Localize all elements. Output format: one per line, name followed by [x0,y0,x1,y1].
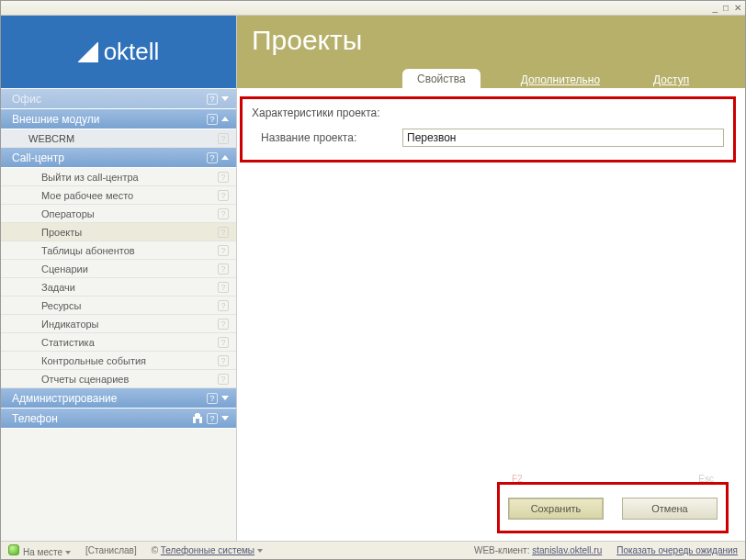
content: Характеристики проекта: Название проекта… [237,89,745,541]
nav-item-label: Сценарии [41,263,88,274]
form-highlight: Характеристики проекта: Название проекта… [240,96,736,162]
buttons-highlight: Сохранить Отмена [497,482,729,533]
nav-item[interactable]: Таблицы абонентов? [1,241,236,260]
nav-section-label: Администрирование [12,392,117,405]
nav-item[interactable]: Ресурсы? [1,297,236,315]
nav-section-label: Call-центр [12,151,64,164]
help-icon[interactable]: ? [218,319,229,330]
web-client-link[interactable]: stanislav.oktell.ru [532,545,602,555]
button-row: Сохранить Отмена [507,498,718,520]
status-user: [Станислав] [85,545,137,555]
cancel-button[interactable]: Отмена [622,498,718,520]
nav-item[interactable]: Выйти из call-центра? [1,168,236,186]
save-button[interactable]: Сохранить [508,498,604,520]
nav-section-label: Офис [12,93,41,106]
tabs: СвойстваДополнительноДоступ [237,66,745,88]
sidebar: oktell Офис?Внешние модули?WEBCRM?Call-ц… [1,16,236,541]
body: oktell Офис?Внешние модули?WEBCRM?Call-ц… [1,16,745,541]
chevron-up-icon [221,117,229,121]
help-icon[interactable]: ? [218,172,229,183]
nav-item-label: WEBCRM [28,133,74,144]
project-name-input[interactable] [402,129,724,147]
nav-section[interactable]: Администрирование? [1,388,236,409]
nav-item[interactable]: Мое рабочее место? [1,186,236,205]
nav-section-label: Внешние модули [12,113,99,126]
headset-icon [192,413,203,423]
nav-item-label: Операторы [41,208,95,219]
nav-item[interactable]: Проекты? [1,223,236,241]
minimize-icon[interactable]: _ [712,4,718,13]
nav-section[interactable]: Call-центр? [1,148,236,168]
help-icon[interactable]: ? [207,152,218,163]
form-heading: Характеристики проекта: [252,106,724,119]
help-icon[interactable]: ? [218,263,229,274]
tab[interactable]: Свойства [402,69,480,88]
close-icon[interactable]: ✕ [734,4,741,13]
nav: Офис?Внешние модули?WEBCRM?Call-центр?Вы… [1,89,236,541]
chevron-down-icon [221,416,229,420]
nav-item[interactable]: Задачи? [1,278,236,297]
nav-item[interactable]: Индикаторы? [1,315,236,333]
help-icon[interactable]: ? [218,300,229,311]
chevron-down-icon [65,551,71,554]
systems-link[interactable]: Телефонные системы [161,545,254,555]
tab[interactable]: Дополнительно [508,71,613,88]
nav-item-label: Индикаторы [41,319,99,330]
nav-item[interactable]: WEBCRM? [1,129,236,148]
titlebar: _ □ ✕ [1,1,745,16]
nav-item-label: Выйти из call-центра [41,172,139,183]
presence-icon [8,544,19,555]
nav-item[interactable]: Операторы? [1,205,236,223]
help-icon[interactable]: ? [207,393,218,404]
statusbar: На месте [Станислав] © Телефонные систем… [1,541,745,559]
main-header: Проекты СвойстваДополнительноДоступ [237,16,745,89]
nav-item-label: Статистика [41,337,95,348]
page-title: Проекты [252,25,362,56]
nav-section[interactable]: Внешние модули? [1,109,236,129]
tab[interactable]: Доступ [640,71,702,88]
chevron-up-icon [221,155,229,160]
app-window: _ □ ✕ oktell Офис?Внешние модули?WEBCRM?… [0,0,746,560]
help-icon[interactable]: ? [218,133,229,144]
copyright: © Телефонные системы [152,545,263,555]
nav-item-label: Отчеты сценариев [41,374,129,385]
web-client: WEB-клиент: stanislav.oktell.ru [474,545,602,555]
chevron-down-icon [221,96,229,101]
nav-item-label: Таблицы абонентов [41,245,135,256]
help-icon[interactable]: ? [207,413,218,424]
help-icon[interactable]: ? [218,337,229,348]
nav-item[interactable]: Статистика? [1,333,236,352]
help-icon[interactable]: ? [207,94,218,105]
chevron-down-icon [257,549,263,553]
nav-item[interactable]: Контрольные события? [1,352,236,370]
nav-section[interactable]: Офис? [1,89,236,109]
nav-item[interactable]: Сценарии? [1,260,236,278]
help-icon[interactable]: ? [218,245,229,256]
logo-icon [78,42,98,62]
nav-section[interactable]: Телефон? [1,409,236,429]
help-icon[interactable]: ? [218,208,229,219]
nav-item-label: Задачи [41,282,75,293]
show-queue-link[interactable]: Показать очередь ожидания [616,545,738,555]
help-icon[interactable]: ? [218,374,229,385]
help-icon[interactable]: ? [218,355,229,366]
nav-item-label: Мое рабочее место [41,190,133,201]
logo: oktell [1,16,236,89]
nav-item-label: Ресурсы [41,300,81,311]
help-icon[interactable]: ? [218,282,229,293]
help-icon[interactable]: ? [218,190,229,201]
nav-item[interactable]: Отчеты сценариев? [1,370,236,388]
nav-section-label: Телефон [12,412,58,425]
chevron-down-icon [221,396,229,400]
main: Проекты СвойстваДополнительноДоступ Хара… [236,16,745,541]
field-label: Название проекта: [252,131,402,144]
nav-item-label: Контрольные события [41,355,146,366]
nav-item-label: Проекты [41,227,82,238]
form-row: Название проекта: [252,129,724,147]
maximize-icon[interactable]: □ [723,4,729,13]
help-icon[interactable]: ? [218,227,229,238]
presence[interactable]: На месте [8,544,71,557]
brand-text: oktell [104,38,160,66]
help-icon[interactable]: ? [207,114,218,125]
